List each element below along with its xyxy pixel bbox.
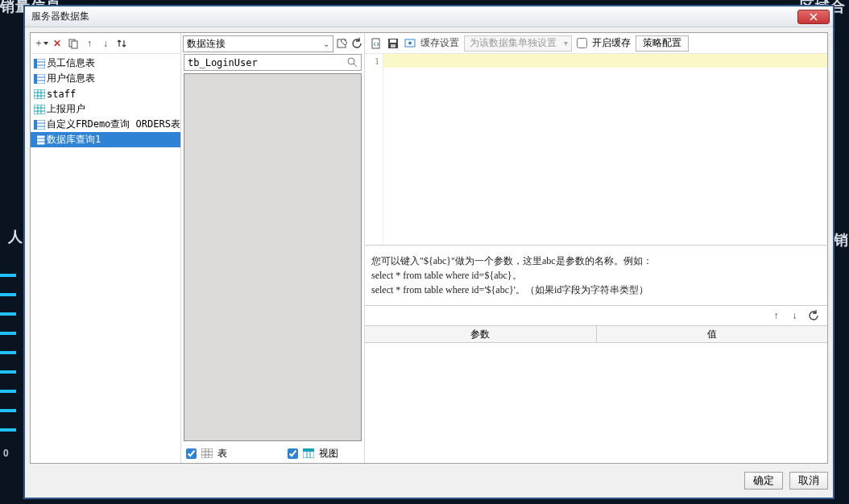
param-table-body[interactable] bbox=[365, 343, 827, 463]
report-icon bbox=[34, 59, 45, 68]
search-input[interactable] bbox=[188, 57, 347, 68]
svg-rect-43 bbox=[391, 44, 396, 48]
col-param: 参数 bbox=[365, 326, 597, 342]
param-hint: 您可以键入"${abc}"做为一个参数，这里abc是参数的名称。例如： sele… bbox=[365, 246, 827, 306]
param-down-button[interactable]: ↓ bbox=[789, 310, 801, 322]
tree-item-label: 数据库查询1 bbox=[47, 133, 101, 147]
strategy-button[interactable]: 策略配置 bbox=[636, 35, 689, 52]
add-button[interactable]: ＋ bbox=[34, 36, 48, 51]
cancel-button[interactable]: 取消 bbox=[789, 472, 828, 490]
gutter-line: 1 bbox=[365, 56, 379, 68]
middle-panel: 数据连接 ⌄ bbox=[181, 33, 365, 463]
chevron-down-icon: ⌄ bbox=[323, 39, 329, 48]
hint-l2: select * from table where id=${abc}。 bbox=[371, 268, 821, 283]
chk-table[interactable] bbox=[186, 448, 197, 459]
move-up-button[interactable]: ↑ bbox=[82, 36, 97, 51]
svg-point-45 bbox=[408, 41, 412, 44]
import-sql-button[interactable] bbox=[370, 37, 382, 49]
hint-l1: 您可以键入"${abc}"做为一个参数，这里abc是参数的名称。例如： bbox=[371, 254, 821, 268]
param-toolbar: ↑ ↓ bbox=[365, 306, 827, 325]
refresh-button[interactable] bbox=[350, 38, 362, 50]
col-value: 值 bbox=[597, 326, 828, 342]
tree-item-label: staff bbox=[47, 89, 76, 100]
dropdown-caret-icon bbox=[43, 42, 48, 45]
svg-point-29 bbox=[348, 58, 354, 64]
dialog-footer: 确定 取消 bbox=[30, 469, 828, 493]
table-icon bbox=[34, 89, 45, 99]
tree-item-label: 上报用户 bbox=[47, 102, 85, 116]
save-sql-button[interactable] bbox=[387, 37, 399, 49]
dialog-body: ＋ ✕ ↑ ↓ 员工信息表 用 bbox=[30, 32, 828, 464]
enable-cache-checkbox[interactable] bbox=[577, 38, 587, 48]
strategy-label: 策略配置 bbox=[643, 36, 681, 50]
bg-text-rm: 销 bbox=[834, 230, 849, 250]
chk-view[interactable] bbox=[288, 448, 298, 459]
dialog-title: 服务器数据集 bbox=[25, 10, 797, 23]
cache-scope-value: 为该数据集单独设置 bbox=[470, 36, 557, 50]
cache-scope-dropdown[interactable]: 为该数据集单独设置 bbox=[464, 35, 572, 52]
plus-icon: ＋ bbox=[34, 36, 43, 50]
svg-line-30 bbox=[354, 64, 357, 67]
right-panel: 缓存设置 为该数据集单独设置 开启缓存 策略配置 1 您可以键入 bbox=[365, 33, 827, 463]
delete-button[interactable]: ✕ bbox=[50, 36, 64, 51]
table-icon bbox=[34, 105, 45, 114]
tree-item-label: 自定义FRDemo查询 ORDERS表 bbox=[47, 118, 180, 131]
search-box[interactable] bbox=[184, 54, 362, 71]
report-icon bbox=[34, 135, 45, 145]
view-icon bbox=[303, 448, 314, 458]
param-up-button[interactable]: ↑ bbox=[770, 310, 782, 322]
chk-table-label: 表 bbox=[217, 447, 227, 461]
mid-toolbar: 数据连接 ⌄ bbox=[181, 33, 364, 54]
svg-rect-3 bbox=[34, 59, 37, 68]
param-table-header: 参数 值 bbox=[365, 325, 827, 343]
mid-bottom: 表 视图 bbox=[181, 444, 364, 463]
ok-button[interactable]: 确定 bbox=[744, 472, 783, 490]
hint-l3: select * from table where id='${abc}'。（如… bbox=[371, 283, 821, 297]
report-icon bbox=[34, 74, 45, 84]
titlebar[interactable]: 服务器数据集 bbox=[25, 6, 833, 27]
search-icon bbox=[347, 57, 358, 68]
tree-item[interactable]: 员工信息表 bbox=[31, 56, 180, 71]
sql-code-area[interactable] bbox=[383, 54, 827, 245]
tree-item-label: 用户信息表 bbox=[47, 72, 95, 85]
enable-cache-label: 开启缓存 bbox=[592, 36, 631, 50]
close-button[interactable] bbox=[797, 10, 830, 24]
dialog: 服务器数据集 ＋ ✕ ↑ ↓ bbox=[24, 6, 834, 498]
tree-item[interactable]: 上报用户 bbox=[31, 101, 180, 117]
dataset-tree: 员工信息表 用户信息表 staff 上报用户 自定义FRDemo查询 ORDER… bbox=[31, 54, 180, 463]
tree-item-selected[interactable]: 数据库查询1 bbox=[31, 132, 180, 147]
left-toolbar: ＋ ✕ ↑ ↓ bbox=[31, 33, 180, 54]
tree-item[interactable]: staff bbox=[31, 86, 180, 101]
sort-button[interactable] bbox=[114, 36, 129, 51]
copy-button[interactable] bbox=[66, 36, 81, 51]
chart-bars bbox=[0, 274, 16, 448]
editor-current-line bbox=[383, 54, 827, 68]
tree-item-label: 员工信息表 bbox=[47, 56, 95, 70]
preview-button[interactable] bbox=[404, 37, 416, 49]
svg-rect-42 bbox=[390, 39, 396, 43]
svg-rect-31 bbox=[201, 448, 213, 458]
right-toolbar: 缓存设置 为该数据集单独设置 开启缓存 策略配置 bbox=[365, 33, 827, 54]
table-list[interactable] bbox=[184, 73, 362, 441]
connection-combo[interactable]: 数据连接 ⌄ bbox=[183, 35, 333, 52]
sql-editor[interactable]: 1 bbox=[365, 54, 827, 246]
tree-item[interactable]: 用户信息表 bbox=[31, 71, 180, 86]
svg-rect-21 bbox=[34, 120, 37, 130]
svg-rect-1 bbox=[72, 41, 77, 48]
tree-item[interactable]: 自定义FRDemo查询 ORDERS表 bbox=[31, 117, 180, 132]
bg-zero: 0 bbox=[3, 448, 10, 459]
chk-view-label: 视图 bbox=[319, 447, 338, 461]
svg-rect-7 bbox=[34, 74, 37, 84]
param-refresh-button[interactable] bbox=[807, 310, 819, 322]
svg-rect-15 bbox=[34, 105, 45, 114]
left-panel: ＋ ✕ ↑ ↓ 员工信息表 用 bbox=[31, 33, 181, 463]
edit-connection-button[interactable] bbox=[336, 38, 348, 50]
svg-rect-10 bbox=[34, 89, 45, 99]
table-icon bbox=[201, 448, 213, 458]
connection-combo-label: 数据连接 bbox=[187, 37, 226, 51]
bg-text-lm: 人 bbox=[8, 227, 23, 246]
report-icon bbox=[34, 120, 45, 130]
move-down-button[interactable]: ↓ bbox=[98, 36, 113, 51]
cache-label: 缓存设置 bbox=[420, 36, 459, 50]
svg-rect-37 bbox=[303, 448, 314, 452]
